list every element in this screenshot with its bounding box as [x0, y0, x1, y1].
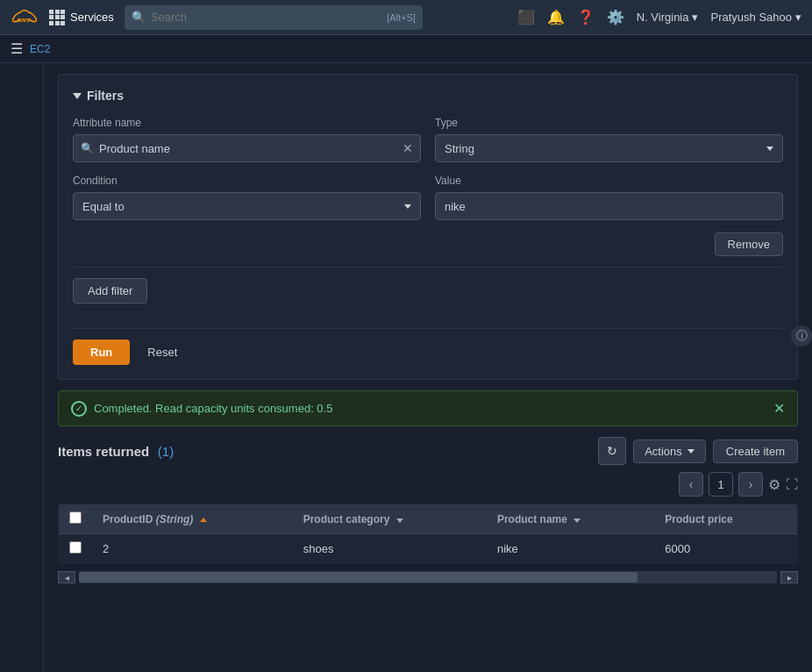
- filters-title: Filters: [87, 89, 124, 103]
- select-all-checkbox[interactable]: [69, 511, 82, 524]
- type-select[interactable]: String: [435, 134, 783, 162]
- actions-button[interactable]: Actions: [633, 440, 706, 463]
- value-input-display: nike: [435, 192, 783, 220]
- collapse-icon[interactable]: [73, 93, 82, 99]
- grid-icon: [49, 10, 65, 25]
- items-actions: ↻ Actions Create item: [598, 437, 798, 465]
- refresh-button[interactable]: ↻: [598, 437, 626, 465]
- bell-icon[interactable]: 🔔: [547, 9, 565, 25]
- row-checkbox-cell: [59, 534, 93, 564]
- refresh-icon: ↻: [607, 444, 617, 458]
- divider-1: [73, 267, 783, 268]
- search-icon: 🔍: [132, 11, 146, 24]
- type-value: String: [445, 142, 474, 155]
- action-row: Run Reset: [73, 340, 783, 365]
- type-arrow: [766, 147, 773, 151]
- success-left: ✓ Completed. Read capacity units consume…: [71, 401, 332, 417]
- scroll-right-button[interactable]: ▸: [780, 571, 798, 583]
- header-product-name[interactable]: Product name: [487, 504, 654, 534]
- user-label: Pratyush Sahoo: [710, 11, 792, 24]
- row-name: nike: [487, 534, 654, 564]
- header-category-label: Product category: [303, 513, 390, 525]
- header-product-price[interactable]: Product price: [654, 504, 797, 534]
- reset-button[interactable]: Reset: [140, 340, 184, 365]
- terminal-icon[interactable]: ⬛: [517, 9, 535, 25]
- hamburger-menu[interactable]: ☰: [11, 40, 23, 57]
- services-menu[interactable]: Services: [49, 10, 114, 25]
- condition-label: Condition: [73, 175, 421, 187]
- row-productid[interactable]: 2: [92, 534, 293, 564]
- run-button[interactable]: Run: [73, 340, 130, 365]
- add-filter-button[interactable]: Add filter: [73, 278, 147, 304]
- header-checkbox-cell: [59, 504, 93, 534]
- secondary-navigation: ☰ EC2: [0, 35, 812, 63]
- type-label: Type: [435, 117, 783, 129]
- svg-text:aws: aws: [18, 16, 30, 24]
- value-text: nike: [445, 200, 466, 213]
- table-row: 2 shoes nike 6000: [59, 534, 798, 564]
- main-layout: Filters Attribute name 🔍 ✕ Type Strin: [0, 63, 812, 672]
- pagination-row: ‹ 1 › ⚙ ⛶: [58, 472, 798, 497]
- header-product-category[interactable]: Product category: [293, 504, 487, 534]
- scroll-track[interactable]: [79, 571, 777, 583]
- actions-arrow: [687, 449, 694, 454]
- attribute-name-label: Attribute name: [73, 117, 421, 129]
- condition-value: Equal to: [82, 200, 125, 213]
- row-checkbox[interactable]: [69, 541, 82, 554]
- scroll-left-button[interactable]: ◂: [58, 571, 75, 583]
- table-header-row: ProductID (String) Product category Prod…: [59, 504, 798, 534]
- name-sort-icon: [573, 518, 581, 523]
- content-area: Filters Attribute name 🔍 ✕ Type Strin: [44, 63, 812, 672]
- settings-icon: ⚙: [768, 476, 780, 493]
- prev-page-button[interactable]: ‹: [679, 472, 703, 497]
- region-arrow: ▾: [692, 11, 698, 24]
- settings-icon[interactable]: ⚙️: [607, 9, 624, 25]
- category-sort-icon: [396, 518, 403, 523]
- breadcrumb[interactable]: EC2: [30, 43, 50, 55]
- header-productid[interactable]: ProductID (String): [92, 504, 293, 534]
- next-page-button[interactable]: ›: [738, 472, 763, 497]
- check-mark: ✓: [75, 404, 82, 413]
- condition-arrow: [404, 204, 411, 209]
- type-field: Type String: [435, 117, 783, 162]
- condition-select[interactable]: Equal to: [73, 192, 421, 220]
- create-item-button[interactable]: Create item: [713, 440, 798, 463]
- search-bar[interactable]: 🔍 [Alt+S]: [125, 5, 423, 30]
- attribute-name-input[interactable]: [99, 142, 397, 155]
- search-input[interactable]: [151, 11, 381, 24]
- top-navigation: aws Services 🔍 [Alt+S] ⬛ 🔔 ❓ ⚙️ N. Virgi…: [0, 0, 812, 35]
- attribute-name-field: Attribute name 🔍 ✕: [73, 117, 421, 162]
- expand-icon: ⛶: [786, 477, 798, 491]
- table-settings-button[interactable]: ⚙: [768, 476, 780, 493]
- header-price-label: Product price: [665, 513, 732, 525]
- scroll-thumb: [79, 572, 637, 583]
- expand-button[interactable]: ⛶: [786, 477, 798, 491]
- value-field: Value nike: [435, 175, 783, 220]
- check-icon: ✓: [71, 401, 87, 417]
- header-productid-type: (String): [156, 513, 194, 525]
- search-icon-small: 🔍: [81, 142, 94, 154]
- region-selector[interactable]: N. Virginia ▾: [637, 11, 699, 24]
- close-banner-button[interactable]: ✕: [773, 400, 785, 417]
- attribute-name-clear[interactable]: ✕: [402, 141, 413, 155]
- nav-icons: ⬛ 🔔 ❓ ⚙️ N. Virginia ▾ Pratyush Sahoo ▾: [517, 9, 801, 25]
- remove-button[interactable]: Remove: [715, 232, 783, 256]
- user-menu[interactable]: Pratyush Sahoo ▾: [710, 11, 801, 24]
- page-number: 1: [709, 472, 733, 497]
- success-banner: ✓ Completed. Read capacity units consume…: [58, 390, 798, 426]
- value-label: Value: [435, 175, 783, 187]
- actions-label: Actions: [645, 445, 682, 458]
- aws-logo[interactable]: aws: [11, 4, 39, 32]
- help-icon[interactable]: ❓: [577, 9, 595, 25]
- success-message: Completed. Read capacity units consumed:…: [94, 402, 332, 415]
- filter-row-1: Attribute name 🔍 ✕ Type String: [73, 117, 783, 162]
- region-label: N. Virginia: [637, 11, 689, 24]
- items-title: Items returned: [58, 444, 149, 459]
- divider-2: [73, 328, 783, 329]
- row-category: shoes: [293, 534, 487, 564]
- condition-field: Condition Equal to: [73, 175, 421, 220]
- header-name-label: Product name: [497, 513, 567, 525]
- filter-row-2: Condition Equal to Value nike: [73, 175, 783, 220]
- info-panel-button[interactable]: ⓘ: [791, 325, 812, 347]
- attribute-name-input-wrap: 🔍 ✕: [73, 134, 421, 162]
